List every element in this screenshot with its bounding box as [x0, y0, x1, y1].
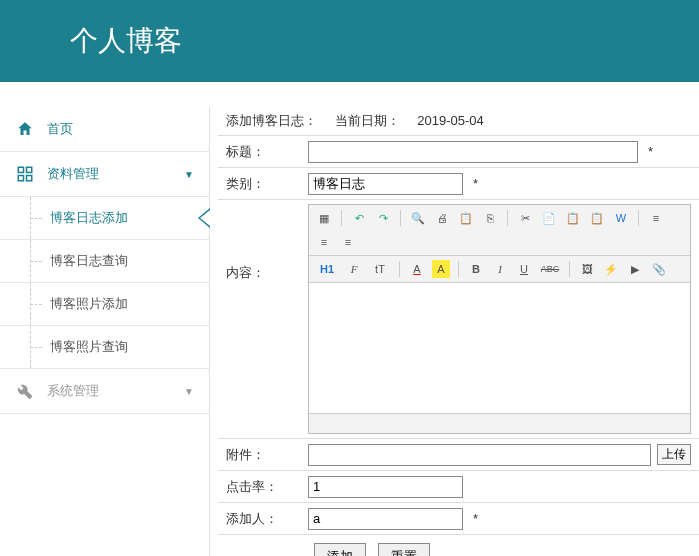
redo-icon[interactable]: ↷ — [374, 209, 392, 227]
breadcrumb-date-label: 当前日期： — [335, 113, 400, 128]
align-right-icon[interactable]: ≡ — [339, 233, 357, 251]
sidebar-item-photo-add[interactable]: 博客照片添加 — [0, 283, 209, 326]
required-asterisk: * — [648, 144, 653, 159]
bold-icon[interactable]: B — [467, 260, 485, 278]
svg-rect-2 — [18, 176, 23, 181]
svg-rect-1 — [27, 167, 32, 172]
clicks-input[interactable] — [308, 476, 463, 498]
paste-icon[interactable]: 📋 — [564, 209, 582, 227]
app-title: 个人博客 — [70, 25, 182, 56]
align-left-icon[interactable]: ≡ — [647, 209, 665, 227]
media-icon[interactable]: ▶ — [626, 260, 644, 278]
font-size-icon[interactable]: tT — [369, 260, 391, 278]
main-content: 添加博客日志： 当前日期： 2019-05-04 标题： * 类别： * 内容：… — [210, 107, 699, 556]
category-input[interactable] — [308, 173, 463, 195]
paste-text-icon[interactable]: 📋 — [588, 209, 606, 227]
text-color-icon[interactable]: A — [408, 260, 426, 278]
grid-icon — [15, 164, 35, 184]
chevron-down-icon: ▼ — [184, 386, 194, 397]
undo-icon[interactable]: ↶ — [350, 209, 368, 227]
sidebar-item-blog-query[interactable]: 博客日志查询 — [0, 240, 209, 283]
template-icon[interactable]: 📋 — [457, 209, 475, 227]
flash-icon[interactable]: ⚡ — [602, 260, 620, 278]
attachment-icon[interactable]: 📎 — [650, 260, 668, 278]
sidebar-item-label: 博客照片添加 — [50, 296, 128, 311]
image-icon[interactable]: 🖼 — [578, 260, 596, 278]
rich-editor: ▦ ↶ ↷ 🔍 🖨 📋 ⎘ ✂ 📄 📋 📋 W ≡ — [308, 204, 691, 434]
print-icon[interactable]: 🖨 — [433, 209, 451, 227]
active-indicator-icon — [198, 208, 210, 228]
chevron-down-icon: ▼ — [184, 169, 194, 180]
app-header: 个人博客 — [0, 0, 699, 82]
author-input[interactable] — [308, 508, 463, 530]
category-label: 类别： — [226, 175, 308, 193]
align-center-icon[interactable]: ≡ — [315, 233, 333, 251]
nav-home-label: 首页 — [47, 120, 194, 138]
font-family-icon[interactable]: F — [345, 260, 363, 278]
sidebar: 首页 资料管理 ▼ 博客日志添加 博客日志查询 博客照片添加 博客照片查询 — [0, 107, 210, 556]
required-asterisk: * — [473, 511, 478, 526]
sidebar-item-label: 博客日志查询 — [50, 253, 128, 268]
row-attachment: 附件： 上传 — [218, 439, 699, 471]
attachment-label: 附件： — [226, 446, 308, 464]
code-icon[interactable]: ⎘ — [481, 209, 499, 227]
reset-button[interactable]: 重置 — [378, 543, 430, 556]
svg-rect-3 — [27, 176, 32, 181]
row-title: 标题： * — [218, 136, 699, 168]
breadcrumb-add: 添加博客日志： — [226, 113, 317, 128]
sidebar-item-photo-query[interactable]: 博客照片查询 — [0, 326, 209, 369]
sidebar-item-label: 博客照片查询 — [50, 339, 128, 354]
attachment-input[interactable] — [308, 444, 651, 466]
preview-icon[interactable]: 🔍 — [409, 209, 427, 227]
editor-textarea[interactable] — [309, 283, 690, 413]
sidebar-subitems: 博客日志添加 博客日志查询 博客照片添加 博客照片查询 — [0, 197, 209, 369]
underline-icon[interactable]: U — [515, 260, 533, 278]
title-label: 标题： — [226, 143, 308, 161]
required-asterisk: * — [473, 176, 478, 191]
content-label: 内容： — [226, 204, 308, 434]
editor-toolbar-1: ▦ ↶ ↷ 🔍 🖨 📋 ⎘ ✂ 📄 📋 📋 W ≡ — [309, 205, 690, 256]
italic-icon[interactable]: I — [491, 260, 509, 278]
highlight-icon[interactable]: A — [432, 260, 450, 278]
copy-icon[interactable]: 📄 — [540, 209, 558, 227]
upload-button[interactable]: 上传 — [657, 444, 691, 465]
editor-toolbar-2: H1 F tT A A B I U ABC 🖼 ⚡ ▶ 📎 — [309, 256, 690, 283]
cut-icon[interactable]: ✂ — [516, 209, 534, 227]
nav-system-label: 系统管理 — [47, 382, 184, 400]
sidebar-item-label: 博客日志添加 — [50, 210, 128, 225]
editor-statusbar — [309, 413, 690, 433]
button-row: 添加 重置 — [218, 535, 699, 556]
submit-button[interactable]: 添加 — [314, 543, 366, 556]
nav-system-management[interactable]: 系统管理 ▼ — [0, 369, 209, 414]
breadcrumb: 添加博客日志： 当前日期： 2019-05-04 — [218, 107, 699, 136]
wrench-icon — [15, 381, 35, 401]
row-author: 添加人： * — [218, 503, 699, 535]
row-category: 类别： * — [218, 168, 699, 200]
strike-icon[interactable]: ABC — [539, 260, 561, 278]
author-label: 添加人： — [226, 510, 308, 528]
paste-word-icon[interactable]: W — [612, 209, 630, 227]
home-icon — [15, 119, 35, 139]
breadcrumb-date-value: 2019-05-04 — [417, 113, 484, 128]
clicks-label: 点击率： — [226, 478, 308, 496]
nav-data-label: 资料管理 — [47, 165, 184, 183]
source-icon[interactable]: ▦ — [315, 209, 333, 227]
row-clicks: 点击率： — [218, 471, 699, 503]
nav-data-management[interactable]: 资料管理 ▼ — [0, 152, 209, 197]
nav-home[interactable]: 首页 — [0, 107, 209, 152]
title-input[interactable] — [308, 141, 638, 163]
svg-rect-0 — [18, 167, 23, 172]
sidebar-item-blog-add[interactable]: 博客日志添加 — [0, 197, 209, 240]
row-content: 内容： ▦ ↶ ↷ 🔍 🖨 📋 ⎘ ✂ 📄 📋 📋 — [218, 200, 699, 439]
heading-icon[interactable]: H1 — [315, 260, 339, 278]
